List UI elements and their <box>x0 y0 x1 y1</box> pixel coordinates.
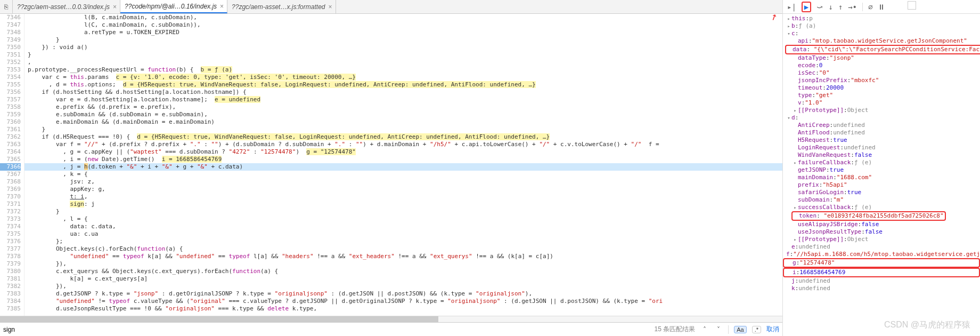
step-icon[interactable]: →• <box>848 3 857 11</box>
tab-bar: ⎘ ??zgc/aem-asset…0.0.3/index.js× ??code… <box>0 0 782 14</box>
tab-2[interactable]: ??zgc/aem-asset…x.js:formatted× <box>227 0 336 13</box>
tab-1-label: ??code/npm/@ali…0.16/index.js <box>125 3 217 10</box>
search-cancel[interactable]: 取消 <box>766 325 779 334</box>
page-icon[interactable]: ⎘ <box>0 0 13 13</box>
step-out-icon[interactable]: ↑ <box>838 3 843 11</box>
step-into-icon[interactable]: ↓ <box>828 3 832 11</box>
debugger-toolbar: ↗ ▸| ▶ ⤻ ↓ ↑ →• ⌀ ⏸ <box>783 0 980 14</box>
deactivate-breakpoints-icon[interactable]: ⌀ <box>868 3 872 11</box>
match-case-toggle[interactable]: Aa <box>734 326 746 333</box>
horizontal-scrollbar[interactable] <box>0 316 782 322</box>
close-icon[interactable]: × <box>220 3 224 10</box>
code-content[interactable]: l(B, c.mainDomain, c.subDomain), l(C, c.… <box>24 14 782 316</box>
line-gutter: 7346734773487349735073517352735373547355… <box>0 14 24 316</box>
pause-exceptions-icon[interactable]: ⏸ <box>878 3 885 11</box>
close-icon[interactable]: × <box>328 3 332 11</box>
scope-panel[interactable]: ▸this: p▸b: ƒ (a)▾c: api: "mtop.taobao.w… <box>783 14 980 336</box>
search-input[interactable] <box>3 323 649 336</box>
code-editor[interactable]: 7346734773487349735073517352735373547355… <box>0 14 782 316</box>
search-result-count: 15 条匹配结果 <box>655 325 696 334</box>
tab-2-label: ??zgc/aem-asset…x.js:formatted <box>232 3 325 11</box>
tab-0[interactable]: ??zgc/aem-asset…0.0.3/index.js× <box>13 0 120 13</box>
step-over-icon[interactable]: ⤻ <box>816 3 823 11</box>
search-bar: 15 条匹配结果 ˄ ˅ Aa .* 取消 <box>0 322 782 336</box>
close-icon[interactable]: × <box>113 3 117 11</box>
resume-button[interactable]: ▶ <box>802 2 811 12</box>
tab-0-label: ??zgc/aem-asset…0.0.3/index.js <box>17 3 110 11</box>
tab-1[interactable]: ??code/npm/@ali…0.16/index.js× <box>120 0 227 13</box>
search-prev-icon[interactable]: ˄ <box>700 326 709 333</box>
toggle-drawer-icon[interactable]: ▸| <box>787 3 796 11</box>
play-icon: ▶ <box>804 3 808 11</box>
regex-toggle[interactable]: .* <box>752 326 761 333</box>
search-next-icon[interactable]: ˅ <box>714 326 723 333</box>
